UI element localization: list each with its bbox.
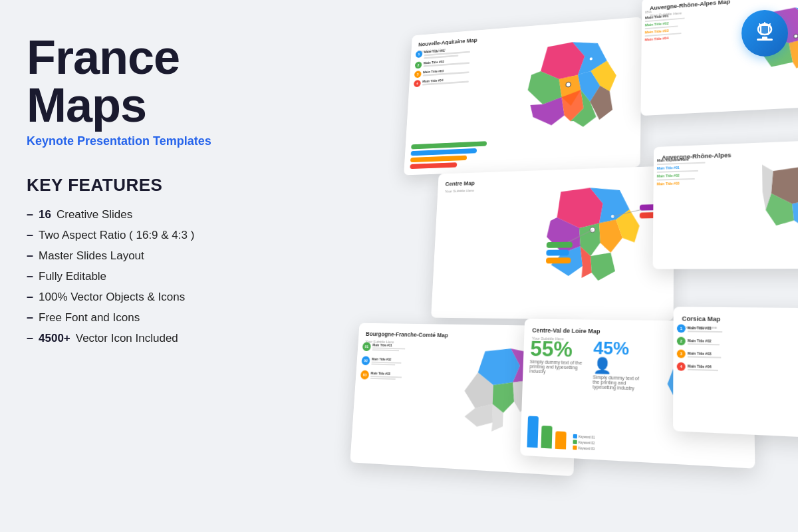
feature-text-5: 100% Vector Objects & Icons xyxy=(39,291,185,304)
feature-text-1: Creative Slides xyxy=(57,208,132,221)
feature-item-4: – Fully Editable xyxy=(27,269,266,283)
bar-4 xyxy=(410,162,457,169)
feature-bold-1: 16 xyxy=(39,208,51,221)
feature-item-3: – Master Slides Layout xyxy=(27,249,266,263)
point-3: 3 Main Title #03 xyxy=(414,67,469,78)
point-4: 4 Main Title #04 xyxy=(414,76,469,87)
feature-item-7: – 4500+ Vector Icon Included xyxy=(27,331,266,345)
svg-rect-1 xyxy=(762,37,767,39)
dash-icon-4: – xyxy=(27,269,33,283)
dash-icon-7: – xyxy=(27,331,33,345)
subtitle-rest: Presentation Templates xyxy=(77,134,211,148)
slide-card-3: Centre Map Your Subtitle Here xyxy=(431,166,674,321)
feature-item-1: – 16 Creative Slides xyxy=(27,207,266,221)
feature-item-5: – 100% Vector Objects & Icons xyxy=(27,290,266,304)
svg-point-19 xyxy=(589,57,593,61)
bar-2 xyxy=(411,148,477,156)
slide-grid: Nouvelle-Aquitaine Map Your Subtitle Her… xyxy=(271,0,798,532)
slide-card-4: Auvergne-Rhône-Alpes Main Keyword Here M… xyxy=(653,138,798,269)
slide-card-7: Corsica Map Your Subtitle Here xyxy=(673,307,798,440)
svg-point-26 xyxy=(793,34,798,38)
feature-item-6: – Free Font and Icons xyxy=(27,311,266,325)
svg-rect-40 xyxy=(547,242,573,248)
subtitle: Keynote Presentation Templates xyxy=(27,134,266,148)
dash-icon-5: – xyxy=(27,290,33,304)
svg-point-18 xyxy=(566,82,571,87)
dash-icon-3: – xyxy=(27,249,33,263)
feature-text-6: Free Font and Icons xyxy=(39,311,140,325)
svg-rect-3 xyxy=(761,25,769,35)
left-panel: France Maps Keynote Presentation Templat… xyxy=(0,0,293,532)
feature-item-2: – Two Aspect Ratio ( 16:9 & 4:3 ) xyxy=(27,228,266,242)
svg-rect-42 xyxy=(546,257,571,263)
svg-rect-41 xyxy=(546,249,569,255)
svg-point-36 xyxy=(590,227,595,233)
svg-line-7 xyxy=(759,24,761,25)
dash-icon-6: – xyxy=(27,311,33,325)
slide-7-title: Corsica Map xyxy=(682,315,798,325)
feature-bold-7: 4500+ xyxy=(39,332,70,345)
feature-text-3: Master Slides Layout xyxy=(39,249,144,263)
keynote-icon xyxy=(741,10,788,57)
subtitle-highlight: Keynote xyxy=(27,134,74,148)
bar-3 xyxy=(410,156,467,163)
feature-text-7: Vector Icon Included xyxy=(76,332,178,345)
key-features-heading: KEY FEATURES xyxy=(27,175,266,196)
dash-icon: – xyxy=(27,207,33,221)
svg-line-6 xyxy=(769,24,770,25)
slide-card-1: Nouvelle-Aquitaine Map Your Subtitle Her… xyxy=(404,17,642,175)
features-list: – 16 Creative Slides – Two Aspect Ratio … xyxy=(27,207,266,345)
slides-area: Nouvelle-Aquitaine Map Your Subtitle Her… xyxy=(271,0,798,532)
feature-text-4: Fully Editable xyxy=(39,270,106,283)
page-title: France Maps xyxy=(27,33,266,129)
dash-icon-2: – xyxy=(27,228,33,242)
svg-marker-34 xyxy=(590,253,615,281)
feature-text-2: Two Aspect Ratio ( 16:9 & 4:3 ) xyxy=(39,229,194,242)
